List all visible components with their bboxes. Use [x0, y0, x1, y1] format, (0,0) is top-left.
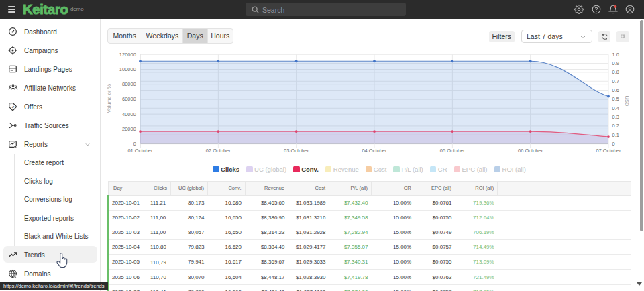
svg-text:USD: USD [624, 96, 630, 107]
svg-text:0: 0 [612, 141, 615, 147]
svg-text:0.6: 0.6 [612, 87, 619, 93]
svg-text:03 October: 03 October [284, 148, 309, 154]
svg-text:120000: 120000 [119, 52, 136, 58]
svg-text:20000: 20000 [122, 126, 136, 132]
svg-text:0.4: 0.4 [612, 105, 619, 111]
svg-text:80000: 80000 [122, 81, 136, 87]
svg-text:0.5: 0.5 [612, 96, 619, 102]
svg-text:0.8: 0.8 [612, 69, 619, 75]
svg-text:0.1: 0.1 [612, 132, 619, 138]
svg-text:0.9: 0.9 [612, 60, 619, 66]
svg-text:60000: 60000 [122, 96, 136, 102]
svg-text:04 October: 04 October [362, 148, 387, 154]
svg-text:01 October: 01 October [127, 148, 153, 154]
svg-text:100000: 100000 [119, 66, 136, 72]
svg-text:0.2: 0.2 [612, 123, 619, 129]
svg-text:1.0: 1.0 [612, 52, 619, 58]
svg-text:02 October: 02 October [206, 148, 231, 154]
svg-text:0.3: 0.3 [612, 114, 619, 120]
svg-text:40000: 40000 [122, 111, 136, 117]
svg-text:06 October: 06 October [518, 148, 543, 154]
svg-text:05 October: 05 October [440, 148, 466, 154]
svg-text:0.7: 0.7 [612, 78, 619, 84]
svg-text:0: 0 [133, 141, 136, 147]
svg-text:Volume or %: Volume or % [106, 84, 112, 113]
svg-text:07 October: 07 October [596, 148, 621, 154]
